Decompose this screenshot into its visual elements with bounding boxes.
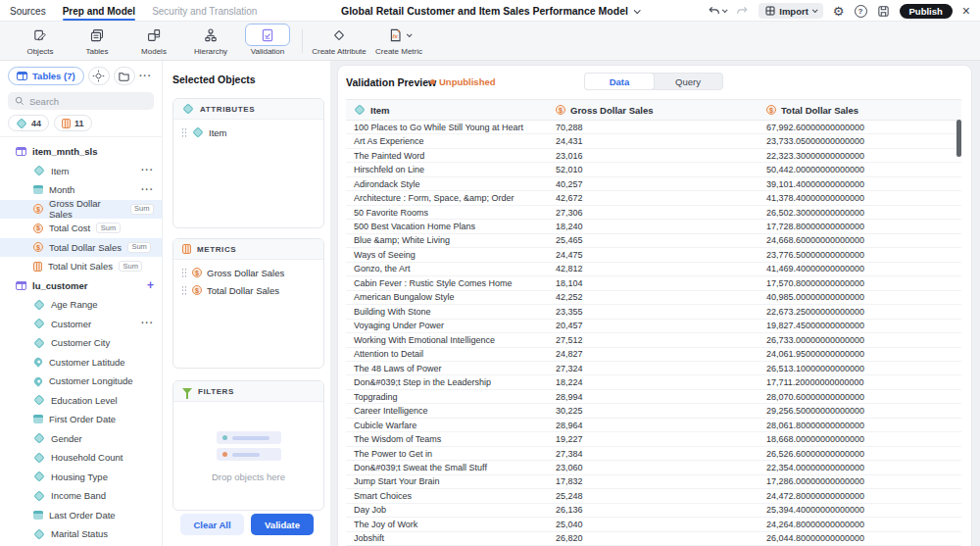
cell-total-dollar-sales: 24,472.80000000000000 (759, 491, 961, 501)
sidebar-table-group[interactable]: lu_customer (0, 276, 162, 296)
cell-gross-dollar-sales: 27,512 (548, 335, 759, 345)
undo-menu-chevron-icon[interactable] (722, 7, 728, 13)
toolbar-models-button[interactable]: Models (125, 24, 182, 56)
drop-objects-hint: Drop objects here (212, 472, 285, 482)
selected-object-row[interactable]: Total Dollar Sales (173, 281, 323, 299)
toolbar-create-attribute-button[interactable]: Create Attribute (308, 24, 370, 56)
sidebar-object-item[interactable]: Total Cost Sum (0, 219, 162, 238)
sidebar: Tables (7) 44 11 ite (0, 61, 163, 546)
tab-sources[interactable]: Sources (10, 0, 46, 22)
metric-icon (556, 105, 565, 115)
import-button[interactable]: Import (759, 3, 823, 19)
sidebar-object-item[interactable]: Item (0, 162, 162, 181)
sidebar-more-icon[interactable] (139, 73, 152, 80)
column-header-gross-dollar-sales[interactable]: Gross Dollar Sales (548, 105, 759, 116)
toolbar-tables-button[interactable]: Tables (69, 24, 125, 56)
sidebar-object-item[interactable]: Housing Type (0, 468, 162, 487)
attribute-count-badge[interactable]: 44 (8, 115, 49, 131)
preview-table-header: Item Gross Dollar Sales Total Dollar Sal… (346, 99, 961, 121)
tab-prep-and-model[interactable]: Prep and Model (63, 0, 135, 22)
more-icon[interactable] (141, 320, 154, 327)
metric-count-badge[interactable]: 11 (54, 115, 92, 131)
cell-total-dollar-sales: 25,394.40000000000000 (759, 505, 961, 515)
sidebar-object-item[interactable]: Customer Longitude (0, 372, 162, 391)
object-label: Total Dollar Sales (49, 242, 122, 253)
selected-object-row[interactable]: Item (173, 124, 323, 141)
sidebar-object-item[interactable]: First Order Date (0, 410, 162, 429)
sidebar-object-item[interactable]: Customer City (0, 333, 162, 353)
more-icon[interactable] (141, 167, 154, 174)
toolbar-create-metric-button[interactable]: fx Create Metric (370, 24, 427, 56)
column-header-total-dollar-sales[interactable]: Total Dollar Sales (759, 105, 961, 116)
tab-data[interactable]: Data (584, 73, 655, 90)
selected-object-label: Item (209, 127, 226, 138)
tab-security-and-translation[interactable]: Security and Translation (152, 0, 257, 22)
sidebar-object-item[interactable]: Last Order Date (0, 506, 162, 525)
sidebar-object-item[interactable]: Total Dollar Sales Sum (0, 238, 162, 258)
toolbar-hierarchy-button[interactable]: Hierarchy (182, 24, 239, 56)
cell-gross-dollar-sales: 52,010 (548, 165, 759, 174)
sidebar-object-item[interactable]: Marital Status (0, 524, 162, 544)
filter-placeholder-row (217, 448, 281, 461)
sidebar-object-item[interactable]: Gross Dollar Sales Sum (0, 200, 162, 220)
sidebar-object-item[interactable]: Education Level (0, 391, 162, 411)
cell-total-dollar-sales: 18,668.00000000000000 (759, 434, 961, 444)
tab-query[interactable]: Query (654, 74, 722, 89)
drag-handle-icon[interactable] (181, 285, 187, 295)
help-icon[interactable] (855, 5, 867, 18)
drag-handle-icon[interactable] (181, 268, 187, 277)
sidebar-object-item[interactable]: Income Band (0, 486, 162, 506)
floppy-save-icon (877, 5, 890, 18)
objects-view-button[interactable] (88, 67, 110, 85)
cell-total-dollar-sales: 24,264.80000000000000 (759, 520, 961, 529)
add-icon[interactable] (147, 280, 154, 290)
cell-total-dollar-sales: 17,286.00000000000000 (759, 476, 961, 486)
settings-gear-icon[interactable]: ⚙ (833, 5, 845, 18)
folder-view-button[interactable] (114, 67, 135, 85)
sidebar-object-item[interactable]: Customer (0, 315, 162, 334)
filters-drop-zone[interactable]: Drop objects here (173, 402, 323, 482)
cell-total-dollar-sales: 39,101.40000000000000 (759, 179, 961, 189)
object-label: Marital Status (51, 528, 108, 539)
table-row: Don&#039;t Sweat the Small Stuff 23,060 … (346, 461, 961, 474)
cell-item: Adirondack Style (346, 179, 548, 189)
cell-total-dollar-sales: 26,044.80000000000000 (759, 533, 961, 543)
document-title[interactable]: Global Retail Customer and Item Sales Pe… (341, 0, 639, 22)
cell-total-dollar-sales: 41,378.40000000000000 (759, 193, 961, 203)
search-box[interactable] (8, 92, 154, 110)
table-row: Architecture : Form, Space, &amp; Order … (346, 191, 961, 205)
cell-total-dollar-sales: 41,469.40000000000000 (759, 264, 961, 273)
selected-objects-title: Selected Objects (172, 74, 256, 85)
table-scrollbar-thumb[interactable] (956, 120, 961, 157)
sidebar-object-item[interactable]: Gender (0, 429, 162, 449)
cell-total-dollar-sales: 29,256.50000000000000 (759, 406, 961, 416)
selected-object-row[interactable]: Gross Dollar Sales (173, 264, 323, 281)
drag-handle-icon[interactable] (181, 127, 187, 137)
tables-filter-pill[interactable]: Tables (7) (8, 67, 84, 85)
sidebar-object-item[interactable]: Customer Latitude (0, 353, 162, 372)
sidebar-object-item[interactable]: Total Unit Sales Sum (0, 257, 162, 276)
cell-gross-dollar-sales: 27,324 (548, 364, 759, 373)
sidebar-object-item[interactable]: Month (0, 180, 162, 200)
tables-icon (89, 27, 105, 43)
toolbar-objects-button[interactable]: Objects (12, 24, 69, 56)
geo-icon (32, 357, 43, 368)
tables-pill-label: Tables (7) (32, 71, 75, 81)
save-button[interactable] (877, 5, 890, 18)
validate-button[interactable]: Validate (251, 514, 314, 535)
attribute-icon (192, 126, 203, 137)
sidebar-object-item[interactable]: Age Range (0, 295, 162, 315)
redo-button[interactable] (736, 5, 749, 18)
publish-button[interactable]: Publish (900, 4, 953, 19)
more-icon[interactable] (141, 186, 154, 194)
sidebar-object-item[interactable]: Household Count (0, 448, 162, 468)
undo-button[interactable] (708, 5, 726, 18)
clear-all-button[interactable]: Clear All (180, 514, 244, 535)
filters-card-header: FILTERS (173, 381, 323, 402)
sidebar-table-group[interactable]: item_mnth_sls (0, 142, 162, 162)
toolbar-validation-button[interactable]: Validation (239, 24, 296, 56)
search-input[interactable] (29, 96, 147, 107)
close-icon[interactable] (962, 4, 970, 18)
object-label: Month (49, 184, 74, 195)
column-header-item[interactable]: Item (346, 105, 548, 116)
